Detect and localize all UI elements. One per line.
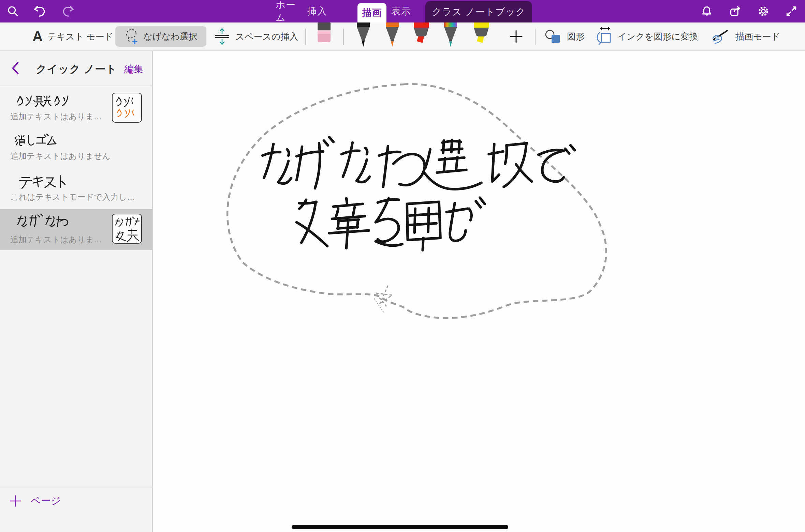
pen-orange-tool[interactable] xyxy=(383,22,402,48)
page-thumbnail xyxy=(112,93,142,123)
text-mode-icon: A xyxy=(32,29,43,44)
highlighter-yellow-tool[interactable] xyxy=(471,22,492,45)
page-row-lasso-selected[interactable]: なげなわ 追加テキストはありま… xyxy=(0,209,152,250)
top-app-bar: ホーム 挿入 描画 表示 クラス ノートブック xyxy=(0,0,805,22)
insert-space-icon xyxy=(214,27,231,46)
search-icon[interactable] xyxy=(6,4,20,18)
thumbnail-ink-preview xyxy=(113,214,141,243)
highlighter-red-icon xyxy=(411,22,431,45)
page-row-eraser[interactable]: 消しゴム 追加テキストはありません xyxy=(0,130,152,164)
ink-stroke-line-2[interactable] xyxy=(297,198,485,250)
class-notebook-button[interactable]: クラス ノートブック xyxy=(425,1,532,22)
page-title-text: テキスト xyxy=(0,171,0,171)
pen-black-tool[interactable] xyxy=(354,22,373,48)
add-page-button[interactable]: ページ xyxy=(9,494,61,508)
ink-to-shape-icon xyxy=(595,27,613,46)
tab-view[interactable]: 表示 xyxy=(389,0,413,22)
fullscreen-expand-icon[interactable] xyxy=(785,4,798,18)
page-row-pen-highlighter[interactable]: ペン・蛍光ペン 追加テキストはありま… xyxy=(0,87,152,127)
notifications-bell-icon[interactable] xyxy=(700,4,714,18)
draw-mode-icon xyxy=(712,28,731,45)
draw-mode-button[interactable]: 描画モード xyxy=(712,22,780,50)
share-icon[interactable] xyxy=(729,4,742,18)
ink-to-shape-button[interactable]: インクを図形に変換 xyxy=(595,22,698,50)
insert-space-button[interactable]: スペースの挿入 xyxy=(214,22,298,50)
home-indicator-bar[interactable] xyxy=(292,525,508,529)
handwritten-title-scribble xyxy=(13,134,79,150)
tab-home[interactable]: ホーム xyxy=(276,0,305,22)
page-subtitle: これはテキストモードで入力し… xyxy=(10,192,135,202)
page-subtitle: 追加テキストはありま… xyxy=(10,234,102,245)
handwritten-title-scribble xyxy=(14,174,73,190)
settings-gear-icon[interactable] xyxy=(757,4,770,18)
pen-black-icon xyxy=(354,22,373,48)
shapes-button[interactable]: 図形 xyxy=(544,22,585,50)
redo-icon xyxy=(61,4,75,18)
sidebar-header: クイック ノート 編集 xyxy=(0,51,153,86)
highlighter-red-tool[interactable] xyxy=(411,22,431,45)
ink-stroke-line-1[interactable] xyxy=(263,137,575,189)
thumbnail-ink-preview xyxy=(113,93,141,122)
handwritten-title-scribble xyxy=(14,93,81,110)
shapes-icon xyxy=(544,28,562,45)
toolbar-divider xyxy=(305,29,306,45)
undo-icon[interactable] xyxy=(33,4,46,18)
plus-icon xyxy=(9,495,22,507)
handwritten-title-scribble xyxy=(14,214,81,230)
add-pen-button[interactable] xyxy=(508,29,524,44)
page-title-text: なげなわ xyxy=(0,209,0,209)
tab-draw[interactable]: 描画 xyxy=(357,3,386,22)
toolbar-divider xyxy=(343,29,344,45)
draw-ribbon: A テキスト モード なげなわ選択 スペースの挿入 xyxy=(0,22,805,51)
edit-button[interactable]: 編集 xyxy=(124,63,143,76)
page-title-text: ペン・蛍光ペン xyxy=(0,87,0,88)
highlighter-yellow-icon xyxy=(471,22,492,45)
toolbar-divider xyxy=(535,29,536,45)
lasso-select-button[interactable]: なげなわ選択 xyxy=(115,26,206,47)
pen-orange-icon xyxy=(383,22,402,48)
page-list-sidebar: クイック ノート 編集 ペン・蛍光ペン 追加テキストはありま… 消しゴム 追加テ… xyxy=(0,51,153,532)
lasso-icon xyxy=(124,28,140,45)
eraser-tool[interactable] xyxy=(317,22,332,44)
tab-insert[interactable]: 挿入 xyxy=(306,0,329,22)
plus-icon xyxy=(509,29,523,44)
page-subtitle: 追加テキストはありま… xyxy=(10,111,102,122)
sidebar-footer-divider xyxy=(0,487,153,487)
lasso-selection-outline[interactable] xyxy=(228,84,606,318)
page-row-text[interactable]: テキスト これはテキストモードで入力し… xyxy=(0,171,152,205)
page-subtitle: 追加テキストはありません xyxy=(10,151,111,162)
page-title-text: 消しゴム xyxy=(0,130,0,131)
eraser-icon xyxy=(317,22,332,44)
text-mode-button[interactable]: A テキスト モード xyxy=(32,22,113,50)
page-thumbnail xyxy=(112,214,142,244)
pen-rainbow-tool[interactable] xyxy=(441,22,460,48)
pen-rainbow-icon xyxy=(441,22,460,48)
note-canvas[interactable]: なげなわ選択で 文章を囲む xyxy=(153,51,805,532)
